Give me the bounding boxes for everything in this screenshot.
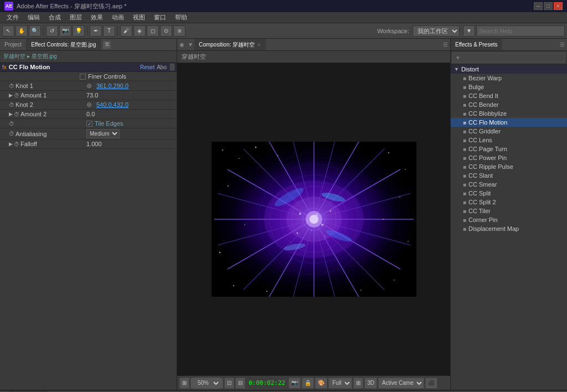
effect-displacement-map[interactable]: ■ Displacement Map	[451, 224, 567, 233]
knot2-stopwatch[interactable]: ⏱	[9, 102, 14, 108]
panel-menu-icon[interactable]: ☰	[103, 41, 111, 49]
workspace-select[interactable]: 我的工作区	[413, 25, 460, 37]
effect-cc-slant[interactable]: ■ CC Slant	[451, 171, 567, 180]
effects-category-distort[interactable]: ▼ Distort	[451, 65, 567, 74]
tool-zoom[interactable]: 🔍	[29, 25, 41, 37]
knot2-value[interactable]: 540.0,432.0	[94, 101, 177, 108]
menu-effects[interactable]: 效果	[86, 12, 107, 23]
menu-view[interactable]: 视图	[128, 12, 150, 23]
tool-brush[interactable]: 🖌	[120, 25, 132, 37]
tool-camera[interactable]: 📷	[59, 25, 71, 37]
maximize-button[interactable]: □	[544, 2, 553, 10]
menu-layer[interactable]: 图层	[65, 12, 86, 23]
view-select[interactable]: Active Came	[378, 378, 424, 389]
knot1-crosshair[interactable]: ⊕	[86, 82, 92, 90]
tile-edges-stopwatch[interactable]: ⏱	[9, 121, 14, 127]
comp-tool-fit[interactable]: ⊡	[224, 378, 234, 389]
menu-composition[interactable]: 合成	[44, 12, 65, 23]
tab-effects-presets[interactable]: Effects & Presets	[451, 39, 502, 50]
finer-controls-checkbox[interactable]	[80, 74, 86, 80]
effect-icon-4: ■	[463, 111, 466, 117]
quality-select[interactable]: Full	[328, 378, 352, 389]
knot1-stopwatch[interactable]: ⏱	[9, 83, 14, 89]
tile-edges-label: ⏱	[7, 121, 84, 127]
comp-panel: ◉ ▼ Composition: 穿越时空 ✕ ☰ 穿越时空	[177, 39, 451, 390]
amount2-value[interactable]: 0.0	[84, 111, 177, 117]
falloff-stopwatch[interactable]: ⏱	[14, 141, 19, 147]
effect-cc-smear[interactable]: ■ CC Smear	[451, 180, 567, 189]
tab-project[interactable]: Project	[0, 39, 27, 50]
tool-rotate[interactable]: ↺	[46, 25, 58, 37]
amount1-stopwatch[interactable]: ⏱	[14, 92, 19, 99]
effect-cc-ripple-pulse[interactable]: ■ CC Ripple Pulse	[451, 162, 567, 171]
comp-tool-photo[interactable]: 📷	[288, 378, 301, 389]
falloff-value[interactable]: 1.000	[84, 141, 177, 147]
menu-file[interactable]: 文件	[2, 12, 23, 23]
effect-bulge[interactable]: ■ Bulge	[451, 82, 567, 91]
comp-tool-render[interactable]: ⬛	[425, 378, 437, 389]
effect-icon-1: ■	[463, 84, 466, 90]
search-help-input[interactable]	[476, 25, 565, 37]
workspace-menu[interactable]: ▼	[463, 25, 475, 37]
amount2-triangle[interactable]: ▶	[9, 111, 13, 117]
reset-button[interactable]: Reset	[140, 64, 154, 70]
comp-panel-menu[interactable]: ☰	[441, 42, 450, 48]
comp-tool-aa[interactable]: 50%	[190, 378, 223, 389]
tab-composition[interactable]: Composition: 穿越时空 ✕	[194, 39, 266, 50]
effect-icon-17: ■	[463, 226, 466, 232]
comp-tool-3d[interactable]: 3D	[364, 378, 377, 389]
amount1-value[interactable]: 73.0	[84, 92, 177, 99]
effect-bezier-warp[interactable]: ■ Bezier Warp	[451, 74, 567, 82]
knot2-crosshair[interactable]: ⊕	[86, 101, 92, 109]
effect-cc-page-turn[interactable]: ■ CC Page Turn	[451, 145, 567, 153]
menu-help[interactable]: 帮助	[171, 12, 192, 23]
tool-light[interactable]: 💡	[73, 25, 85, 37]
falloff-triangle[interactable]: ▶	[9, 141, 13, 147]
minimize-button[interactable]: ─	[534, 2, 543, 10]
comp-tab-close[interactable]: ✕	[257, 42, 261, 48]
effects-panel-menu[interactable]: ☰	[558, 42, 567, 48]
tool-clone[interactable]: ◈	[133, 25, 146, 37]
tool-select[interactable]: ↖	[2, 25, 14, 37]
svg-point-54	[360, 290, 362, 291]
tool-puppet[interactable]: ※	[173, 25, 185, 37]
effect-cc-flo-motion[interactable]: ■ CC Flo Motion	[451, 118, 567, 127]
comp-tool-grid2[interactable]: ⊞	[353, 378, 363, 389]
effects-search-input[interactable]	[452, 53, 565, 63]
tool-hand[interactable]: ✋	[16, 25, 28, 37]
tool-text[interactable]: T	[103, 25, 115, 37]
abo-button[interactable]: Abo	[157, 64, 167, 70]
zoom-select[interactable]: 50%	[193, 378, 220, 389]
tile-edges-checkbox[interactable]	[86, 121, 92, 127]
amount1-triangle[interactable]: ▶	[9, 92, 13, 98]
effect-corner-pin[interactable]: ■ Corner Pin	[451, 215, 567, 224]
tab-effect-controls[interactable]: Effect Controls: 星空图.jpg	[27, 39, 101, 50]
effect-cc-split2[interactable]: ■ CC Split 2	[451, 198, 567, 207]
knot1-value[interactable]: 361.0,290.0	[94, 82, 177, 89]
comp-tab-menu: ▼	[187, 42, 194, 48]
menu-edit[interactable]: 编辑	[23, 12, 44, 23]
close-button[interactable]: ✕	[554, 2, 563, 10]
comp-tool-toggle2[interactable]: 🎨	[315, 378, 327, 389]
amount2-stopwatch[interactable]: ⏱	[14, 111, 19, 117]
menu-animation[interactable]: 动画	[107, 12, 128, 23]
comp-tool-grid[interactable]: ⊞	[179, 378, 189, 389]
comp-tool-snap[interactable]: ⊟	[235, 378, 245, 389]
effect-cc-power-pin[interactable]: ■ CC Power Pin	[451, 153, 567, 162]
comp-tool-toggle1[interactable]: 🔒	[302, 378, 314, 389]
effect-cc-blobbylize[interactable]: ■ CC Blobbylize	[451, 109, 567, 118]
tool-pen[interactable]: ✒	[90, 25, 102, 37]
effect-cc-griddler[interactable]: ■ CC Griddler	[451, 127, 567, 136]
svg-point-55	[244, 224, 245, 225]
effect-cc-bend-it[interactable]: ■ CC Bend It	[451, 91, 567, 100]
effect-scroll[interactable]	[170, 64, 174, 70]
tool-eraser[interactable]: ◻	[147, 25, 159, 37]
antialiasing-select[interactable]: Medium Low High	[86, 129, 120, 138]
antialiasing-stopwatch[interactable]: ⏱	[9, 131, 14, 137]
menu-window[interactable]: 窗口	[150, 12, 171, 23]
tool-roto[interactable]: ⊙	[160, 25, 172, 37]
effect-cc-lens[interactable]: ■ CC Lens	[451, 136, 567, 145]
effect-cc-split[interactable]: ■ CC Split	[451, 189, 567, 198]
effect-cc-tiler[interactable]: ■ CC Tiler	[451, 207, 567, 215]
effect-cc-bender[interactable]: ■ CC Bender	[451, 100, 567, 109]
